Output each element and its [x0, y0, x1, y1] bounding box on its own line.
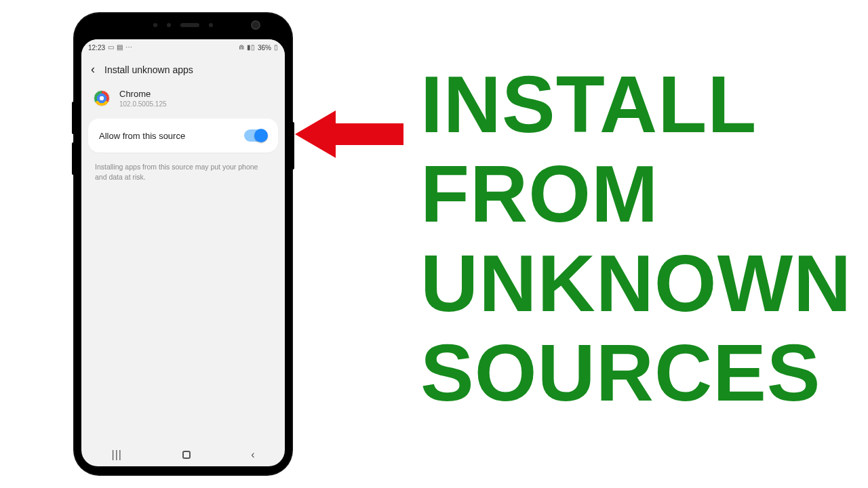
status-bar: 12:23 ▭ ▤ ⋯ ⋒ ▮▯ 36% ▯ [81, 39, 285, 56]
app-info: Chrome 102.0.5005.125 [81, 86, 285, 119]
app-name: Chrome [119, 89, 167, 99]
wifi-icon: ⋒ [239, 44, 244, 51]
navigation-bar: ||| ‹ [81, 443, 285, 466]
phone-screen: 12:23 ▭ ▤ ⋯ ⋒ ▮▯ 36% ▯ ‹ Install unknown… [81, 39, 285, 466]
svg-marker-0 [295, 110, 403, 158]
clock-text: 12:23 [88, 44, 105, 52]
notification-icon: ▭ [108, 44, 114, 51]
chrome-icon [94, 90, 110, 106]
allow-source-row[interactable]: Allow from this source [88, 119, 278, 152]
image-icon: ▤ [117, 44, 123, 51]
nav-home-icon[interactable] [182, 451, 191, 459]
battery-icon: ▯ [274, 44, 278, 51]
back-icon[interactable]: ‹ [91, 62, 95, 77]
overlay-headline: INSTALL FROM UNKNOWN SOURCES [420, 60, 852, 418]
phone-frame: 12:23 ▭ ▤ ⋯ ⋒ ▮▯ 36% ▯ ‹ Install unknown… [75, 14, 292, 474]
volume-up-button [72, 102, 75, 134]
app-version: 102.0.5005.125 [119, 100, 167, 108]
power-button [292, 122, 294, 169]
volume-down-button [72, 142, 75, 175]
page-title: Install unknown apps [104, 64, 193, 75]
more-notifications-icon: ⋯ [125, 44, 132, 51]
status-right: ⋒ ▮▯ 36% ▯ [239, 44, 278, 52]
warning-text: Installing apps from this source may put… [81, 152, 285, 192]
battery-percent: 36% [258, 44, 271, 52]
allow-source-label: Allow from this source [99, 131, 185, 141]
empty-space [81, 192, 285, 443]
red-arrow-icon [295, 107, 403, 161]
front-camera [251, 20, 260, 30]
overlay-line-1: INSTALL [420, 60, 852, 149]
overlay-line-2: FROM [420, 149, 852, 239]
allow-source-toggle[interactable] [244, 129, 267, 142]
nav-back-icon[interactable]: ‹ [251, 449, 254, 461]
nav-recent-icon[interactable]: ||| [112, 449, 122, 461]
signal-icon: ▮▯ [247, 44, 255, 51]
overlay-line-4: SOURCES [420, 328, 852, 418]
overlay-line-3: UNKNOWN [420, 239, 852, 328]
status-left: 12:23 ▭ ▤ ⋯ [88, 44, 132, 52]
page-header: ‹ Install unknown apps [81, 56, 285, 86]
